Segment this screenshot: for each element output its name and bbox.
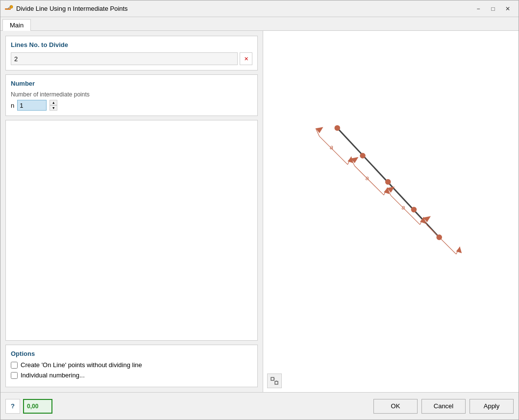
diagram-svg: a a a: [263, 31, 519, 392]
cancel-button[interactable]: Cancel: [421, 399, 466, 414]
lines-section-title: Lines No. to Divide: [11, 41, 252, 48]
apply-button[interactable]: Apply: [470, 399, 514, 414]
svg-marker-12: [316, 127, 323, 133]
svg-point-6: [385, 179, 391, 185]
svg-line-15: [355, 166, 384, 195]
close-button[interactable]: ✕: [501, 3, 515, 14]
svg-point-4: [334, 125, 340, 131]
n-label: n: [11, 102, 14, 109]
minimize-button[interactable]: −: [471, 3, 485, 14]
spinner-buttons: ▲ ▼: [49, 100, 57, 111]
checkbox-row-1: Create 'On Line' points without dividing…: [11, 361, 252, 369]
number-section: Number Number of intermediate points n ▲…: [5, 74, 258, 116]
left-panel: Lines No. to Divide ✕ Number Number of i…: [0, 31, 263, 392]
options-section: Options Create 'On Line' points without …: [5, 345, 258, 387]
svg-rect-33: [271, 377, 274, 380]
svg-point-7: [411, 207, 417, 212]
right-panel: a a a: [263, 31, 519, 392]
ok-button[interactable]: OK: [373, 399, 418, 414]
tab-bar: Main: [0, 17, 519, 31]
coord-display: 0,00: [23, 399, 52, 414]
maximize-button[interactable]: □: [486, 3, 500, 14]
help-button[interactable]: ?: [5, 399, 20, 414]
svg-line-27: [427, 225, 456, 254]
clear-icon: ✕: [244, 56, 248, 62]
number-sublabel: Number of intermediate points: [11, 91, 252, 98]
number-section-title: Number: [11, 80, 252, 87]
spinner-row: n ▲ ▼: [11, 100, 252, 111]
n-input[interactable]: [17, 100, 47, 111]
checkbox-on-line-label: Create 'On Line' points without dividing…: [21, 361, 142, 369]
options-title: Options: [11, 350, 252, 357]
checkbox-individual-label: Individual numbering...: [21, 372, 85, 379]
window-title: Divide Line Using n Intermediate Points: [16, 5, 128, 12]
lines-input-row: ✕: [11, 52, 252, 65]
spinner-up-button[interactable]: ▲: [49, 100, 57, 105]
svg-text:a: a: [366, 175, 369, 182]
spinner-down-button[interactable]: ▼: [49, 105, 57, 111]
checkbox-row-2: Individual numbering...: [11, 372, 252, 379]
svg-point-5: [360, 153, 366, 159]
checkbox-individual[interactable]: [11, 372, 18, 379]
fit-icon: [270, 376, 279, 385]
svg-text:a: a: [402, 204, 405, 211]
checkbox-on-line[interactable]: [11, 362, 18, 369]
svg-line-9: [320, 137, 348, 165]
preview-box: [5, 120, 258, 341]
svg-text:a: a: [330, 144, 333, 151]
bottom-right: OK Cancel Apply: [373, 399, 514, 414]
lines-input[interactable]: [11, 52, 238, 65]
tab-main[interactable]: Main: [2, 19, 31, 31]
title-bar-left: Divide Line Using n Intermediate Points: [4, 4, 128, 13]
clear-button[interactable]: ✕: [240, 52, 252, 65]
lines-section: Lines No. to Divide ✕: [5, 36, 258, 70]
fit-view-button[interactable]: [267, 373, 282, 388]
svg-rect-34: [275, 381, 278, 384]
title-bar-controls: − □ ✕: [471, 3, 515, 14]
app-icon: [4, 4, 13, 13]
coord-value: 0,00: [27, 403, 38, 410]
svg-text:a: a: [438, 234, 441, 241]
content-area: Lines No. to Divide ✕ Number Number of i…: [0, 31, 519, 392]
title-bar: Divide Line Using n Intermediate Points …: [0, 0, 519, 17]
bottom-left: ? 0,00: [5, 399, 52, 414]
main-window: Divide Line Using n Intermediate Points …: [0, 0, 519, 420]
bottom-bar: ? 0,00 OK Cancel Apply: [0, 392, 519, 420]
